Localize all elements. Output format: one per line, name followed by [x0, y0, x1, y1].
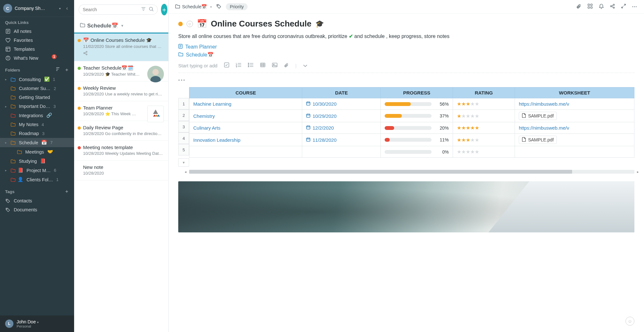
- worksheet-cell[interactable]: SAMPLE.pdf: [515, 110, 634, 122]
- table-header[interactable]: RATING: [453, 87, 515, 98]
- sidebar-tag-documents[interactable]: Documents: [0, 205, 74, 214]
- worksheet-cell[interactable]: SAMPLE.pdf: [515, 134, 634, 146]
- add-table-row-button[interactable]: ▾: [178, 158, 189, 167]
- sidebar-folder-meetings[interactable]: Meetings🤝: [0, 147, 74, 156]
- sidebar-item-what-s-new[interactable]: What's New1: [0, 54, 74, 63]
- table-row-number[interactable]: 1: [178, 98, 189, 109]
- apps-button[interactable]: [587, 4, 593, 10]
- progress-cell[interactable]: 20%: [381, 122, 453, 134]
- share-button[interactable]: [610, 4, 615, 10]
- sidebar-folder-clients-fol-[interactable]: 👤Clients Fol… 1: [0, 175, 74, 184]
- workspace-switcher[interactable]: C Company Sh… ▾ ‹: [0, 0, 74, 17]
- more-insert-button[interactable]: [303, 63, 308, 68]
- date-cell[interactable]: [302, 146, 381, 158]
- reminder-button[interactable]: [599, 4, 604, 10]
- course-cell[interactable]: [189, 146, 302, 158]
- search-input-wrapper[interactable]: [79, 4, 158, 15]
- ordered-list-button[interactable]: [236, 63, 241, 68]
- worksheet-cell[interactable]: [515, 146, 634, 158]
- date-cell[interactable]: 10/29/2020: [302, 110, 381, 122]
- progress-cell[interactable]: 0%: [381, 146, 453, 158]
- note-list-item[interactable]: Daily Review Page10/28/2020 Go confident…: [74, 121, 168, 141]
- editor-breadcrumb[interactable]: Schedule📅 ▾: [175, 4, 212, 10]
- note-list-item[interactable]: Teacher Schedule📅🗓️10/29/2020 🎓 Teacher …: [74, 61, 168, 81]
- tag-pill[interactable]: Priority: [226, 3, 248, 10]
- rating-cell[interactable]: ★★★★★: [453, 134, 515, 146]
- sidebar-folder-my-notes[interactable]: My Notes 4: [0, 120, 74, 129]
- table-row-number[interactable]: 5: [178, 144, 189, 155]
- table-row-number[interactable]: 4: [178, 132, 189, 144]
- sidebar-folder-customer-su-[interactable]: Customer Su… 2: [0, 84, 74, 93]
- add-reaction-button[interactable]: ☺: [625, 317, 634, 326]
- bullet-list-button[interactable]: [248, 63, 254, 68]
- worksheet-cell[interactable]: https://nimbusweb.me/v: [515, 98, 634, 110]
- sidebar-item-all-notes[interactable]: All notes: [0, 27, 74, 36]
- sidebar-tag-contacts[interactable]: Contacts: [0, 196, 74, 205]
- note-list-item[interactable]: Weekly Review10/28/2020 Use a weekly rev…: [74, 81, 168, 101]
- add-folder-button[interactable]: ＋: [65, 67, 69, 73]
- sidebar-folder-project-m-[interactable]: ▸📕Project M… 6: [0, 166, 74, 175]
- tag-icon[interactable]: [216, 4, 221, 10]
- date-cell[interactable]: 11/28/2020: [302, 134, 381, 146]
- sidebar-folder-integrations[interactable]: Integrations🔗: [0, 111, 74, 120]
- attach-button[interactable]: [576, 4, 582, 10]
- rating-cell[interactable]: ★★★★★: [453, 122, 515, 134]
- note-description[interactable]: Store all online courses that are free d…: [178, 33, 634, 39]
- add-tag-button[interactable]: ＋: [65, 189, 69, 194]
- table-header[interactable]: PROGRESS: [381, 87, 453, 98]
- filter-icon[interactable]: [141, 7, 146, 12]
- image-button[interactable]: [272, 63, 278, 68]
- table-header[interactable]: COURSE: [189, 87, 302, 98]
- checklist-button[interactable]: [224, 62, 229, 69]
- sidebar-folder-getting-started[interactable]: Getting Started: [0, 93, 74, 102]
- worksheet-cell[interactable]: https://nimbusweb.me/v: [515, 122, 634, 134]
- insert-placeholder[interactable]: Start typing or add: [178, 63, 218, 68]
- more-button[interactable]: ⋯: [632, 4, 638, 10]
- rating-cell[interactable]: ★★★★★: [453, 98, 515, 110]
- search-icon[interactable]: [149, 7, 154, 12]
- table-row-number[interactable]: 2: [178, 109, 189, 121]
- course-cell[interactable]: Innovation Leadership: [189, 134, 302, 146]
- linked-folder-schedule[interactable]: Schedule📅: [178, 52, 634, 58]
- rating-cell[interactable]: ★★★★★: [453, 146, 515, 158]
- collapse-sidebar-button[interactable]: ‹: [63, 5, 71, 11]
- table-horizontal-scrollbar[interactable]: ◂ ▸: [189, 170, 634, 174]
- block-menu-button[interactable]: •••: [178, 78, 634, 83]
- table-header[interactable]: WORKSHEET: [515, 87, 634, 98]
- user-switcher[interactable]: L John Doe ▾ Personal: [0, 315, 74, 332]
- attach-button[interactable]: [284, 63, 289, 69]
- expand-button[interactable]: [621, 4, 626, 10]
- date-cell[interactable]: 10/30/2020: [302, 98, 381, 110]
- progress-cell[interactable]: 56%: [381, 98, 453, 110]
- sidebar-folder-schedule[interactable]: ▸Schedule📅 7: [0, 138, 74, 147]
- note-list-item[interactable]: New note10/28/2020: [74, 161, 168, 180]
- rating-cell[interactable]: ★★★★★: [453, 110, 515, 122]
- note-list-item[interactable]: Team Planner10/28/2020 ⭐ This Week …: [74, 101, 168, 121]
- note-title[interactable]: Online Courses Schedule: [211, 19, 311, 29]
- table-button[interactable]: [260, 63, 265, 68]
- date-cell[interactable]: 12/2/2020: [302, 122, 381, 134]
- course-cell[interactable]: Machine Learning: [189, 98, 302, 110]
- sidebar-folder-important-do-[interactable]: ▸Important Do… 3: [0, 102, 74, 111]
- table-row-number[interactable]: 3: [178, 121, 189, 132]
- sidebar-item-templates[interactable]: Templates: [0, 45, 74, 54]
- sidebar-item-favorites[interactable]: Favorites: [0, 36, 74, 45]
- add-emoji-button[interactable]: ☺: [187, 21, 193, 27]
- sidebar-folder-consulting[interactable]: ▸Consulting✅ 1: [0, 75, 74, 84]
- caret-down-icon[interactable]: ▾: [121, 24, 123, 28]
- search-input[interactable]: [83, 7, 139, 12]
- progress-cell[interactable]: 37%: [381, 110, 453, 122]
- new-note-button[interactable]: ＋: [161, 4, 167, 15]
- course-cell[interactable]: Chemistry: [189, 110, 302, 122]
- sidebar-folder-studying[interactable]: Studying📕: [0, 156, 74, 166]
- sidebar-folder-roadmap[interactable]: Roadmap 3: [0, 129, 74, 138]
- list-breadcrumb[interactable]: Schedule📅 ▾: [74, 19, 168, 33]
- note-list-item[interactable]: 📅 Online Courses Schedule 🎓11/02/2020 St…: [74, 33, 168, 61]
- table-header[interactable]: DATE: [302, 87, 381, 98]
- progress-cell[interactable]: 11%: [381, 134, 453, 146]
- sort-folders-button[interactable]: [56, 67, 61, 73]
- linked-note-team-planner[interactable]: Team Planner: [178, 44, 634, 50]
- note-list-item[interactable]: Meeting notes template10/28/2020 Weekly …: [74, 141, 168, 161]
- note-color-dot[interactable]: [178, 22, 183, 26]
- course-cell[interactable]: Culinary Arts: [189, 122, 302, 134]
